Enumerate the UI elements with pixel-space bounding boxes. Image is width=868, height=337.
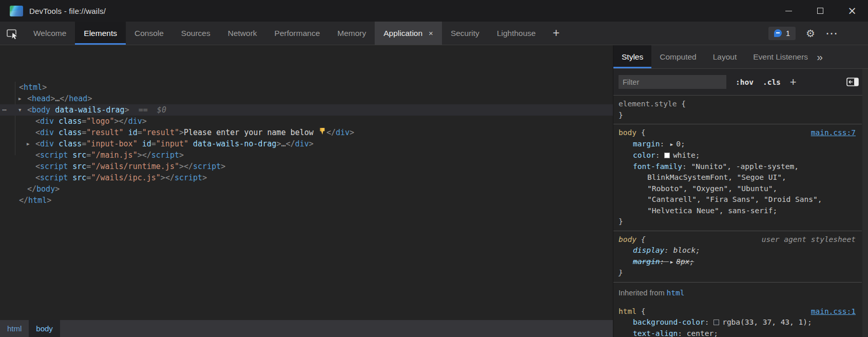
more-panels-chevron-icon[interactable]: » bbox=[817, 45, 823, 68]
style-line[interactable]: background-color: rgba(33, 37, 43, 1); bbox=[619, 317, 857, 328]
breadcrumb: html body bbox=[0, 320, 613, 337]
style-line[interactable]: html {main.css:1 bbox=[619, 306, 857, 317]
style-line[interactable]: "Helvetica Neue", sans-serif; bbox=[619, 205, 857, 217]
tab-application[interactable]: Application × bbox=[375, 22, 442, 45]
inherited-from-label: Inherited from bbox=[619, 289, 667, 297]
minimize-button[interactable] bbox=[773, 0, 804, 22]
dom-tree-row[interactable]: ▶<div class="input-box" id="input" data-… bbox=[0, 138, 613, 149]
more-tabs-button[interactable]: + bbox=[545, 22, 568, 45]
style-line[interactable]: } bbox=[619, 216, 857, 228]
breadcrumb-html[interactable]: html bbox=[0, 320, 29, 337]
style-line[interactable]: display: block; bbox=[619, 245, 857, 256]
pointing-down-emoji bbox=[319, 127, 326, 138]
styles-sidebar: Styles Computed Layout Event Listeners »… bbox=[613, 45, 868, 337]
tab-layout[interactable]: Layout bbox=[705, 45, 745, 68]
maximize-icon bbox=[817, 8, 823, 14]
element-style-rule: element.style {} bbox=[613, 96, 862, 124]
tab-performance[interactable]: Performance bbox=[266, 22, 329, 45]
plus-icon: + bbox=[553, 26, 560, 40]
style-line[interactable]: body {user agent stylesheet bbox=[619, 234, 857, 246]
styles-tab-bar: Styles Computed Layout Event Listeners » bbox=[613, 45, 868, 69]
stylesheet-link[interactable]: main.css:1 bbox=[811, 306, 856, 317]
dom-tree-row[interactable]: <html> bbox=[0, 82, 613, 93]
main-split: <html>▶<head>…</head>⋯▼<body data-wails-… bbox=[0, 45, 868, 337]
issues-bubble-icon bbox=[774, 29, 782, 37]
dom-tree-row[interactable]: </html> bbox=[0, 195, 613, 206]
body-rule-user-agent: body {user agent stylesheetdisplay: bloc… bbox=[613, 231, 862, 283]
devtools-app-icon bbox=[10, 6, 23, 16]
style-line[interactable]: BlinkMacSystemFont, "Segoe UI", bbox=[619, 172, 857, 183]
close-icon: × bbox=[847, 6, 857, 16]
dom-tree-row[interactable]: ⋯▼<body data-wails-drag> == $0 bbox=[0, 104, 613, 116]
color-swatch[interactable] bbox=[664, 153, 670, 158]
window-controls: × bbox=[773, 0, 868, 22]
collapse-arrow-icon[interactable]: ▼ bbox=[18, 104, 27, 116]
style-line[interactable]: color: white; bbox=[619, 150, 857, 161]
tab-elements[interactable]: Elements bbox=[75, 22, 126, 45]
inspect-element-button[interactable] bbox=[0, 22, 25, 45]
styles-sections: element.style {}body {main.css:7margin: … bbox=[613, 96, 868, 337]
stylesheet-link[interactable]: main.css:7 bbox=[811, 127, 856, 139]
dom-tree-row[interactable]: <div class="logo"></div> bbox=[0, 116, 613, 127]
close-button[interactable]: × bbox=[836, 0, 868, 22]
dom-tree-row[interactable]: <script src="/wails/ipc.js"></script> bbox=[0, 172, 613, 183]
close-tab-icon[interactable]: × bbox=[429, 29, 433, 38]
color-swatch[interactable] bbox=[713, 320, 719, 325]
pane-toggle-icon bbox=[846, 78, 859, 86]
toolbar-right-actions: 1 ⚙ ⋯ bbox=[768, 22, 868, 45]
dom-tree-row[interactable]: </body> bbox=[0, 183, 613, 195]
stylesheet-origin-label: user agent stylesheet bbox=[762, 234, 856, 246]
tab-styles[interactable]: Styles bbox=[613, 45, 651, 68]
new-style-rule-button[interactable]: + bbox=[790, 76, 797, 89]
style-line[interactable]: font-family: "Nunito", -apple-system, bbox=[619, 161, 857, 173]
maximize-button[interactable] bbox=[804, 0, 836, 22]
breadcrumb-body[interactable]: body bbox=[29, 320, 60, 337]
style-line[interactable]: element.style { bbox=[619, 99, 857, 110]
expand-arrow-icon[interactable]: ▶ bbox=[18, 93, 27, 104]
node-options-icon[interactable]: ⋯ bbox=[2, 104, 7, 116]
expand-arrow-icon[interactable]: ▶ bbox=[27, 138, 35, 149]
issues-count: 1 bbox=[786, 29, 790, 38]
elements-panel: <html>▶<head>…</head>⋯▼<body data-wails-… bbox=[0, 45, 613, 337]
inherited-node-link[interactable]: html bbox=[667, 289, 685, 297]
dom-tree-row[interactable]: <script src="/main.js"></script> bbox=[0, 149, 613, 161]
style-line[interactable]: } bbox=[619, 110, 857, 121]
minimize-icon bbox=[785, 11, 792, 11]
tab-computed[interactable]: Computed bbox=[651, 45, 705, 68]
inherited-from: Inherited from html bbox=[613, 283, 862, 303]
dom-tree: <html>▶<head>…</head>⋯▼<body data-wails-… bbox=[0, 45, 613, 320]
tab-lighthouse[interactable]: Lighthouse bbox=[488, 22, 545, 45]
style-line[interactable]: text-align: center; bbox=[619, 328, 857, 337]
tab-event-listeners[interactable]: Event Listeners bbox=[745, 45, 816, 68]
tab-security[interactable]: Security bbox=[442, 22, 488, 45]
style-line[interactable]: "Cantarell", "Fira Sans", "Droid Sans", bbox=[619, 194, 857, 205]
style-line[interactable]: margin: ▶8px; bbox=[619, 256, 857, 268]
computed-pane-toggle-button[interactable] bbox=[846, 78, 859, 86]
dom-tree-row[interactable]: <script src="/wails/runtime.js"></script… bbox=[0, 161, 613, 172]
tab-memory[interactable]: Memory bbox=[329, 22, 375, 45]
style-line[interactable]: } bbox=[619, 268, 857, 279]
tab-welcome[interactable]: Welcome bbox=[25, 22, 75, 45]
devtools-window: DevTools - file://wails/ × Welcome Eleme… bbox=[0, 0, 868, 337]
window-title: DevTools - file://wails/ bbox=[29, 7, 106, 15]
styles-toolbar: :hov .cls + bbox=[613, 69, 868, 96]
toggle-element-classes-button[interactable]: .cls bbox=[763, 78, 781, 86]
title-bar: DevTools - file://wails/ × bbox=[0, 0, 868, 22]
styles-filter-input[interactable] bbox=[619, 75, 726, 89]
inspect-cursor-icon bbox=[6, 27, 19, 40]
devtools-toolbar: Welcome Elements Console Sources Network… bbox=[0, 22, 868, 45]
settings-gear-icon[interactable]: ⚙ bbox=[806, 27, 815, 40]
html-rule-main-css: html {main.css:1background-color: rgba(3… bbox=[613, 303, 862, 337]
style-line[interactable]: margin: ▶0; bbox=[619, 139, 857, 151]
style-line[interactable]: body {main.css:7 bbox=[619, 127, 857, 139]
tab-console[interactable]: Console bbox=[126, 22, 172, 45]
dom-tree-row[interactable]: ▶<head>…</head> bbox=[0, 93, 613, 104]
toggle-pseudo-state-button[interactable]: :hov bbox=[736, 78, 754, 86]
body-rule-main-css: body {main.css:7margin: ▶0;color: white;… bbox=[613, 124, 862, 231]
dom-tree-row[interactable]: <div class="result" id="result">Please e… bbox=[0, 127, 613, 138]
tab-network[interactable]: Network bbox=[219, 22, 266, 45]
styles-scrollbar[interactable] bbox=[862, 69, 868, 337]
tab-sources[interactable]: Sources bbox=[172, 22, 219, 45]
style-line[interactable]: "Roboto", "Oxygen", "Ubuntu", bbox=[619, 183, 857, 195]
issues-counter-button[interactable]: 1 bbox=[768, 27, 796, 40]
